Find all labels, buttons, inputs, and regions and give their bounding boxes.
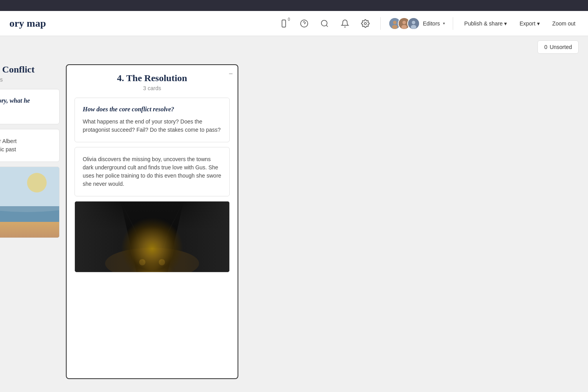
page-title: ory map (9, 18, 46, 29)
export-button[interactable]: Export ▾ (516, 18, 543, 29)
column-4-title: 4. The Resolution (74, 73, 230, 83)
avatar-image-3 (408, 18, 419, 29)
column-4-resolution: − 4. The Resolution 3 cards How does the… (66, 64, 238, 379)
svg-point-2 (301, 20, 308, 27)
export-chevron-icon: ▾ (537, 20, 540, 27)
svg-point-26 (105, 248, 199, 272)
svg-point-4 (321, 20, 327, 26)
resolution-card-1-question: How does the core conflict resolve? (83, 106, 221, 113)
resolution-card-2[interactable]: Olivia discovers the missing boy, uncove… (74, 147, 230, 196)
svg-point-25 (159, 259, 165, 265)
columns-container: 3. The Core Conflict 3 cards he core con… (0, 64, 238, 392)
svg-point-24 (139, 259, 145, 265)
resolution-card-3[interactable] (74, 201, 230, 272)
resolution-card-2-body: Olivia discovers the missing boy, uncove… (83, 155, 221, 188)
resolution-card-1-body: What happens at the end of your story? D… (83, 118, 221, 134)
svg-rect-18 (0, 222, 59, 238)
header-right: 0 (277, 16, 579, 31)
core-conflict-card-1-question: he core conflict of the story, what he o… (0, 97, 51, 111)
avatars-group (388, 17, 420, 30)
svg-point-14 (412, 21, 415, 24)
svg-point-21 (27, 173, 47, 192)
mobile-badge: 0 (288, 17, 290, 22)
editors-label: Editors (423, 20, 440, 27)
unsorted-button[interactable]: 0 Unsorted (537, 40, 579, 54)
editors-section[interactable]: Editors ▾ (388, 17, 445, 30)
column-3-title: 3. The Core Conflict (0, 64, 60, 75)
svg-point-23 (121, 237, 183, 272)
publish-share-button[interactable]: Publish & share ▾ (461, 18, 510, 29)
svg-point-15 (411, 25, 416, 29)
avatar-3 (407, 17, 420, 30)
header-divider (380, 17, 381, 30)
svg-point-6 (364, 22, 367, 25)
column-3-header: 3. The Core Conflict 3 cards (0, 64, 60, 83)
main-content: 3. The Core Conflict 3 cards he core con… (0, 58, 588, 392)
svg-rect-0 (282, 20, 285, 27)
publish-share-chevron-icon: ▾ (504, 20, 507, 27)
app-window: ory map 0 (0, 11, 588, 392)
beach-image (0, 167, 59, 238)
svg-point-11 (402, 21, 406, 24)
tunnel-image (75, 201, 229, 272)
svg-point-9 (392, 25, 397, 29)
column-4-cards-count: 3 cards (74, 85, 230, 91)
mobile-preview-button[interactable]: 0 (277, 16, 291, 31)
svg-rect-22 (75, 201, 229, 272)
publish-share-label: Publish & share (464, 20, 503, 27)
core-conflict-card-2-line1: External: Olivia and Father Albert Inter… (0, 137, 51, 154)
zoom-out-button[interactable]: Zoom out (549, 18, 579, 29)
column-3-cards-count: 3 cards (0, 76, 60, 83)
minimize-button[interactable]: − (229, 70, 233, 78)
editors-chevron-icon: ▾ (443, 21, 445, 25)
header-divider-2 (453, 17, 453, 30)
resolution-card-1[interactable]: How does the core conflict resolve? What… (74, 98, 230, 142)
help-button[interactable] (297, 16, 311, 31)
header: ory map 0 (0, 11, 588, 36)
column-4-header: 4. The Resolution 3 cards (74, 73, 230, 91)
svg-rect-17 (0, 206, 59, 238)
settings-button[interactable] (358, 16, 372, 31)
core-conflict-card-3[interactable] (0, 167, 60, 238)
core-conflict-card-1[interactable]: he core conflict of the story, what he o… (0, 89, 60, 124)
svg-line-5 (326, 25, 328, 27)
column-3-core-conflict: 3. The Core Conflict 3 cards he core con… (0, 64, 66, 392)
toolbar-area: 0 Unsorted (0, 36, 588, 58)
zoom-out-label: Zoom out (552, 20, 575, 27)
core-conflict-card-2[interactable]: External: Olivia and Father Albert Inter… (0, 129, 60, 162)
notifications-button[interactable] (338, 16, 352, 31)
svg-point-8 (393, 21, 396, 24)
os-bar (0, 0, 588, 11)
search-button[interactable] (318, 16, 332, 31)
unsorted-count: 0 (544, 44, 547, 50)
unsorted-label: Unsorted (550, 44, 572, 50)
export-label: Export (519, 20, 535, 27)
svg-point-12 (401, 25, 407, 29)
